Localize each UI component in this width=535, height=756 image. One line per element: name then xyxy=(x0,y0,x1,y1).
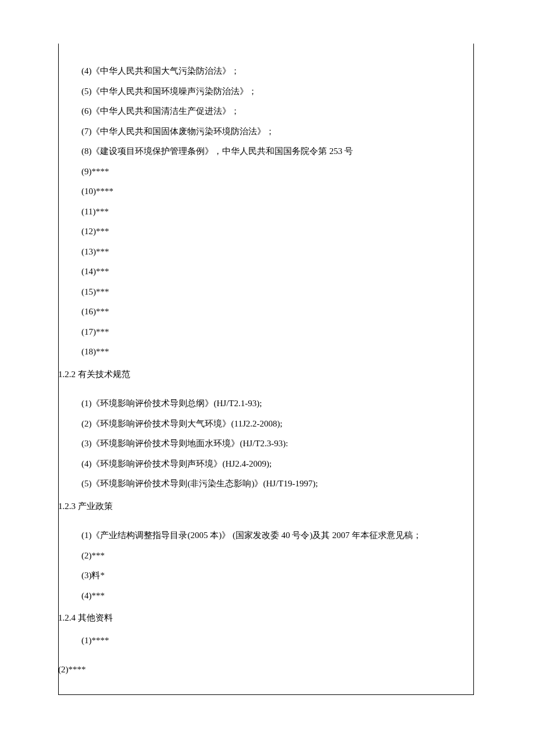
list-item: (4)*** xyxy=(58,586,474,606)
list-item: (5)《环境影响评价技术导则(非污染生态影响)》(HJ/T19-1997); xyxy=(58,474,474,494)
list-item: (17)*** xyxy=(58,322,474,342)
document-content: (4)《中华人民共和国大气污染防治法》； (5)《中华人民共和国环境噪声污染防治… xyxy=(58,61,474,680)
list-item: (1)《产业结构调整指导目录(2005 本)》 (国家发改委 40 号令)及其 … xyxy=(58,525,474,546)
section-heading-123: 1.2.3 产业政策 xyxy=(58,496,474,517)
list-item: (15)*** xyxy=(58,282,474,302)
list-item: (2)*** xyxy=(58,546,474,566)
list-item: (2)《环境影响评价技术导则大气环境》(11J2.2-2008); xyxy=(58,414,474,434)
list-item: (1)《环境影响评价技术导则总纲》(HJ/T2.1-93); xyxy=(58,393,474,414)
list-item: (10)**** xyxy=(58,181,474,202)
list-item: (4)《中华人民共和国大气污染防治法》； xyxy=(58,61,474,81)
list-item: (12)*** xyxy=(58,221,474,242)
list-item: (3)《环境影响评价技术导则地面水环境》(HJ/T2.3-93): xyxy=(58,433,474,454)
list-item: (18)*** xyxy=(58,342,474,362)
section-heading-124: 1.2.4 其他资料 xyxy=(58,608,474,628)
list-item: (3)料* xyxy=(58,565,474,586)
list-item: (4)《环境影响评价技术导则声环境》(HJ2.4-2009); xyxy=(58,454,474,474)
list-item: (9)**** xyxy=(58,162,474,182)
list-item: (1)**** xyxy=(58,630,474,651)
list-item: (6)《中华人民共和国清洁生产促进法》； xyxy=(58,101,474,121)
list-item: (13)*** xyxy=(58,242,474,262)
list-item: (7)《中华人民共和国固体废物污染环境防治法》； xyxy=(58,121,474,142)
list-item: (5)《中华人民共和国环境噪声污染防治法》； xyxy=(58,81,474,102)
list-item: (14)*** xyxy=(58,261,474,282)
list-item-outdent: (2)**** xyxy=(58,660,474,680)
list-item: (8)《建设项目环境保护管理条例》，中华人民共和国国务院令第 253 号 xyxy=(58,141,474,162)
section-heading-122: 1.2.2 有关技术规范 xyxy=(58,364,474,385)
list-item: (11)*** xyxy=(58,202,474,222)
list-item: (16)*** xyxy=(58,302,474,322)
